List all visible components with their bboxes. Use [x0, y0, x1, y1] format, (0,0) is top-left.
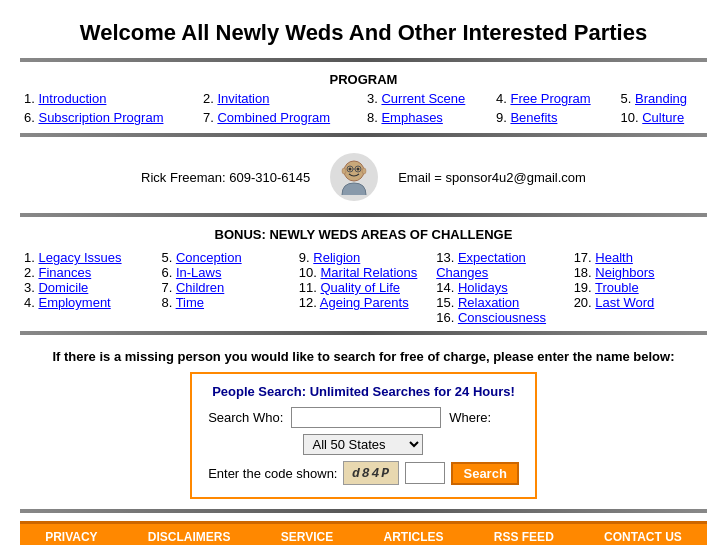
- program-link-subscription[interactable]: Subscription Program: [38, 110, 163, 125]
- bonus-item-18: 18. Neighbors: [574, 265, 703, 280]
- bonus-link-expectation[interactable]: Expectation Changes: [436, 250, 526, 280]
- footer-link-disclaimers[interactable]: DISCLAIMERS: [144, 530, 235, 544]
- state-select-wrapper: All 50 States Alabama Alaska Arizona Cal…: [208, 434, 519, 455]
- bonus-col-2: 5. Conception 6. In-Laws 7. Children 8. …: [157, 250, 294, 325]
- search-button[interactable]: Search: [451, 462, 518, 485]
- bonus-link-conception[interactable]: Conception: [176, 250, 242, 265]
- program-item-1: 1. Introduction: [20, 89, 199, 108]
- bonus-link-ageing[interactable]: Ageing Parents: [320, 295, 409, 310]
- program-item-10: 10. Culture: [617, 108, 707, 127]
- program-item-8: 8. Emphases: [363, 108, 492, 127]
- svg-point-6: [342, 168, 346, 174]
- bonus-item-14: 14. Holidays: [436, 280, 565, 295]
- program-item-9: 9. Benefits: [492, 108, 617, 127]
- bonus-divider: [20, 331, 707, 335]
- bonus-link-relaxation[interactable]: Relaxation: [458, 295, 519, 310]
- bonus-link-marital[interactable]: Marital Relations: [321, 265, 418, 280]
- bonus-item-4: 4. Employment: [24, 295, 153, 310]
- captcha-image: d84P: [343, 461, 399, 485]
- bonus-link-employment[interactable]: Employment: [38, 295, 110, 310]
- bonus-item-5: 5. Conception: [161, 250, 290, 265]
- people-search-description: If there is a missing person you would l…: [20, 349, 707, 364]
- bonus-item-13: 13. Expectation Changes: [436, 250, 565, 280]
- program-link-invitation[interactable]: Invitation: [217, 91, 269, 106]
- program-link-benefits[interactable]: Benefits: [510, 110, 557, 125]
- bonus-grid: 1. Legacy Issues 2. Finances 3. Domicile…: [20, 250, 707, 325]
- program-item-2: 2. Invitation: [199, 89, 363, 108]
- footer-link-contact[interactable]: CONTACT US: [600, 530, 686, 544]
- bonus-link-religion[interactable]: Religion: [313, 250, 360, 265]
- bonus-item-17: 17. Health: [574, 250, 703, 265]
- search-who-row: Search Who: Where:: [208, 407, 519, 428]
- program-item-3: 3. Current Scene: [363, 89, 492, 108]
- page-title: Welcome All Newly Weds And Other Interes…: [20, 20, 707, 46]
- svg-point-0: [344, 161, 364, 181]
- bonus-item-10: 10. Marital Relations: [299, 265, 428, 280]
- bonus-header: BONUS: NEWLY WEDS AREAS OF CHALLENGE: [20, 223, 707, 244]
- svg-point-2: [357, 168, 360, 171]
- bonus-link-neighbors[interactable]: Neighbors: [595, 265, 654, 280]
- footer-link-articles[interactable]: ARTICLES: [380, 530, 448, 544]
- bonus-link-quality[interactable]: Quality of Life: [321, 280, 401, 295]
- captcha-input[interactable]: [405, 462, 445, 484]
- bonus-link-children[interactable]: Children: [176, 280, 224, 295]
- program-link-combined[interactable]: Combined Program: [217, 110, 330, 125]
- program-item-7: 7. Combined Program: [199, 108, 363, 127]
- bonus-section: BONUS: NEWLY WEDS AREAS OF CHALLENGE 1. …: [20, 223, 707, 325]
- program-link-introduction[interactable]: Introduction: [38, 91, 106, 106]
- bonus-link-legacy[interactable]: Legacy Issues: [38, 250, 121, 265]
- contact-email: Email = sponsor4u2@gmail.com: [398, 170, 586, 185]
- bonus-item-6: 6. In-Laws: [161, 265, 290, 280]
- bonus-item-8: 8. Time: [161, 295, 290, 310]
- bonus-col-1: 1. Legacy Issues 2. Finances 3. Domicile…: [20, 250, 157, 325]
- footer-link-rss[interactable]: RSS FEED: [490, 530, 558, 544]
- bonus-link-consciousness[interactable]: Consciousness: [458, 310, 546, 325]
- svg-point-1: [349, 168, 352, 171]
- bonus-link-trouble[interactable]: Trouble: [595, 280, 639, 295]
- footer-top-divider: [20, 509, 707, 513]
- search-box-title: People Search: Unlimited Searches for 24…: [208, 384, 519, 399]
- bonus-item-1: 1. Legacy Issues: [24, 250, 153, 265]
- bonus-item-2: 2. Finances: [24, 265, 153, 280]
- contact-name: Rick Freeman: 609-310-6145: [141, 170, 310, 185]
- svg-point-7: [362, 168, 366, 174]
- people-search-section: If there is a missing person you would l…: [20, 349, 707, 499]
- avatar: [330, 153, 378, 201]
- bonus-link-finances[interactable]: Finances: [38, 265, 91, 280]
- top-divider: [20, 58, 707, 62]
- program-link-current-scene[interactable]: Current Scene: [381, 91, 465, 106]
- bonus-link-inlaws[interactable]: In-Laws: [176, 265, 222, 280]
- footer-link-privacy[interactable]: PRIVACY: [41, 530, 101, 544]
- bonus-item-20: 20. Last Word: [574, 295, 703, 310]
- contact-divider: [20, 213, 707, 217]
- state-select[interactable]: All 50 States Alabama Alaska Arizona Cal…: [303, 434, 423, 455]
- footer-link-service[interactable]: SERVICE: [277, 530, 337, 544]
- bonus-item-15: 15. Relaxation: [436, 295, 565, 310]
- where-label: Where:: [449, 410, 491, 425]
- footer-bar: PRIVACY DISCLAIMERS SERVICE ARTICLES RSS…: [20, 521, 707, 545]
- program-header: PROGRAM: [20, 68, 707, 89]
- search-who-input[interactable]: [291, 407, 441, 428]
- bonus-col-5: 17. Health 18. Neighbors 19. Trouble 20.…: [570, 250, 707, 325]
- bonus-item-19: 19. Trouble: [574, 280, 703, 295]
- program-divider: [20, 133, 707, 137]
- program-link-branding[interactable]: Branding: [635, 91, 687, 106]
- bonus-link-domicile[interactable]: Domicile: [38, 280, 88, 295]
- bonus-link-holidays[interactable]: Holidays: [458, 280, 508, 295]
- bonus-link-time[interactable]: Time: [176, 295, 204, 310]
- bonus-item-12: 12. Ageing Parents: [299, 295, 428, 310]
- bonus-item-7: 7. Children: [161, 280, 290, 295]
- avatar-svg: [332, 155, 376, 199]
- program-link-free-program[interactable]: Free Program: [510, 91, 590, 106]
- program-link-emphases[interactable]: Emphases: [381, 110, 442, 125]
- program-item-5: 5. Branding: [617, 89, 707, 108]
- captcha-label: Enter the code shown:: [208, 466, 337, 481]
- bonus-item-16: 16. Consciousness: [436, 310, 565, 325]
- program-section: PROGRAM 1. Introduction 2. Invitation 3.…: [20, 68, 707, 127]
- bonus-link-health[interactable]: Health: [595, 250, 633, 265]
- program-item-6: 6. Subscription Program: [20, 108, 199, 127]
- contact-row: Rick Freeman: 609-310-6145: [20, 143, 707, 207]
- program-link-culture[interactable]: Culture: [642, 110, 684, 125]
- bonus-link-lastword[interactable]: Last Word: [595, 295, 654, 310]
- search-who-label: Search Who:: [208, 410, 283, 425]
